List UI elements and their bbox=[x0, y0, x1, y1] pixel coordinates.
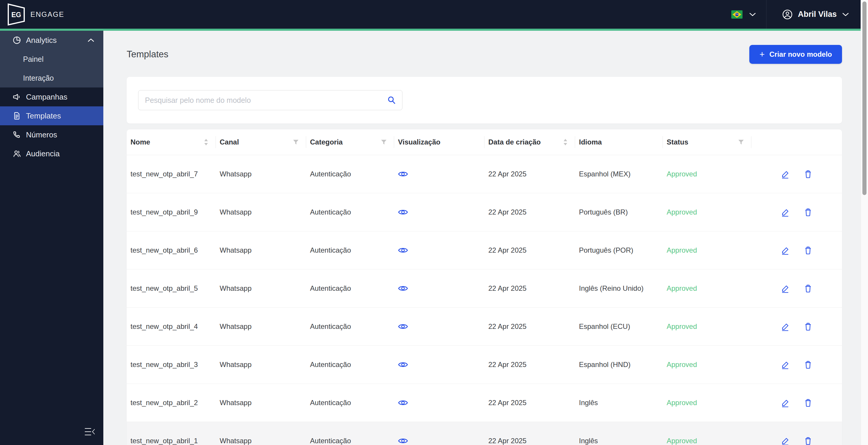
cell-visualizacao bbox=[394, 437, 485, 445]
sidebar-item-painel[interactable]: Painel bbox=[0, 50, 103, 68]
edit-icon[interactable] bbox=[781, 170, 790, 178]
edit-icon[interactable] bbox=[781, 322, 790, 331]
sidebar-item-audiencia[interactable]: Audiencia bbox=[0, 144, 103, 163]
preview-eye-icon[interactable] bbox=[398, 323, 408, 330]
table-row[interactable]: test_new_otp_abril_4 Whatsapp Autenticaç… bbox=[127, 307, 842, 346]
cell-data-criacao: 22 Apr 2025 bbox=[485, 360, 575, 369]
delete-icon[interactable] bbox=[804, 322, 812, 331]
cell-nome: test_new_otp_abril_9 bbox=[127, 208, 216, 216]
table-row[interactable]: test_new_otp_abril_6 Whatsapp Autenticaç… bbox=[127, 231, 842, 269]
top-header: EG ENGAGE bbox=[0, 0, 861, 29]
edit-icon[interactable] bbox=[781, 360, 790, 369]
cell-categoria: Autenticação bbox=[306, 170, 394, 178]
cell-data-criacao: 22 Apr 2025 bbox=[485, 284, 575, 293]
search-box bbox=[138, 90, 402, 110]
sidebar-item-numeros[interactable]: Números bbox=[0, 125, 103, 144]
cell-idioma: Inglês (Reino Unido) bbox=[575, 284, 663, 293]
cell-canal: Whatsapp bbox=[216, 208, 306, 216]
filter-icon[interactable] bbox=[380, 139, 387, 145]
cell-data-criacao: 22 Apr 2025 bbox=[485, 246, 575, 255]
sort-icon[interactable] bbox=[204, 138, 209, 146]
sidebar-item-analytics[interactable]: Analytics bbox=[0, 31, 103, 50]
status-badge: Approved bbox=[663, 208, 751, 216]
table-row[interactable]: test_new_otp_abril_9 Whatsapp Autenticaç… bbox=[127, 193, 842, 231]
sidebar-item-label: Analytics bbox=[26, 36, 57, 45]
header-accent-line bbox=[0, 29, 861, 31]
preview-eye-icon[interactable] bbox=[398, 246, 408, 254]
column-label: Data de criação bbox=[488, 138, 540, 146]
sidebar-item-templates[interactable]: Templates bbox=[0, 107, 103, 125]
filter-icon[interactable] bbox=[738, 139, 744, 145]
column-header[interactable] bbox=[751, 129, 842, 155]
sidebar-item-label: Painel bbox=[23, 55, 44, 63]
column-label: Categoria bbox=[310, 138, 343, 146]
cell-actions bbox=[751, 322, 842, 331]
edit-icon[interactable] bbox=[781, 437, 790, 445]
preview-eye-icon[interactable] bbox=[398, 170, 408, 178]
scrollbar-thumb[interactable] bbox=[862, 1, 867, 195]
preview-eye-icon[interactable] bbox=[398, 437, 408, 445]
preview-eye-icon[interactable] bbox=[398, 399, 408, 407]
edit-icon[interactable] bbox=[781, 398, 790, 407]
delete-icon[interactable] bbox=[804, 360, 812, 369]
cell-idioma: Português (POR) bbox=[575, 246, 663, 255]
sidebar-item-campanhas[interactable]: Campanhas bbox=[0, 87, 103, 107]
edit-icon[interactable] bbox=[781, 208, 790, 216]
cell-nome: test_new_otp_abril_5 bbox=[127, 284, 216, 293]
cell-actions bbox=[751, 284, 842, 293]
filter-icon[interactable] bbox=[292, 139, 299, 145]
cell-canal: Whatsapp bbox=[216, 437, 306, 445]
column-header[interactable]: Idioma bbox=[575, 129, 663, 155]
cell-idioma: Espanhol (ECU) bbox=[575, 322, 663, 331]
delete-icon[interactable] bbox=[804, 246, 812, 255]
delete-icon[interactable] bbox=[804, 170, 812, 178]
chevron-up-icon bbox=[87, 38, 94, 42]
column-header[interactable]: Visualização bbox=[394, 129, 485, 155]
status-badge: Approved bbox=[663, 170, 751, 178]
sidebar-item-interacao[interactable]: Interação bbox=[0, 68, 103, 87]
cell-canal: Whatsapp bbox=[216, 322, 306, 331]
cell-actions bbox=[751, 398, 842, 407]
cell-nome: test_new_otp_abril_7 bbox=[127, 170, 216, 178]
sidebar-group-analytics: Analytics Painel Interação bbox=[0, 31, 103, 87]
column-header[interactable]: Nome bbox=[127, 129, 216, 155]
cell-data-criacao: 22 Apr 2025 bbox=[485, 322, 575, 331]
sidebar-collapse-button[interactable] bbox=[84, 427, 96, 437]
delete-icon[interactable] bbox=[804, 208, 812, 216]
sidebar-item-label: Campanhas bbox=[26, 92, 67, 102]
table-row[interactable]: test_new_otp_abril_5 Whatsapp Autenticaç… bbox=[127, 269, 842, 307]
column-header[interactable]: Data de criação bbox=[485, 129, 575, 155]
column-header[interactable]: Canal bbox=[216, 129, 306, 155]
cell-idioma: Espanhol (HND) bbox=[575, 360, 663, 369]
sort-icon[interactable] bbox=[563, 138, 568, 146]
create-template-button[interactable]: + Criar novo modelo bbox=[749, 45, 842, 64]
table-row[interactable]: test_new_otp_abril_1 Whatsapp Autenticaç… bbox=[127, 422, 842, 445]
language-switcher[interactable] bbox=[721, 0, 766, 29]
cell-visualizacao bbox=[394, 246, 485, 254]
table-row[interactable]: test_new_otp_abril_2 Whatsapp Autenticaç… bbox=[127, 384, 842, 422]
table-row[interactable]: test_new_otp_abril_7 Whatsapp Autenticaç… bbox=[127, 155, 842, 193]
column-header[interactable]: Status bbox=[663, 129, 751, 155]
user-menu[interactable]: Abril Vilas bbox=[767, 0, 861, 29]
edit-icon[interactable] bbox=[781, 284, 790, 293]
search-icon[interactable] bbox=[387, 95, 396, 105]
users-icon bbox=[12, 149, 21, 158]
delete-icon[interactable] bbox=[804, 437, 812, 445]
table-row[interactable]: test_new_otp_abril_3 Whatsapp Autenticaç… bbox=[127, 346, 842, 384]
phone-icon bbox=[12, 130, 21, 139]
status-badge: Approved bbox=[663, 246, 751, 255]
page-header: Templates + Criar novo modelo bbox=[127, 45, 842, 64]
pie-chart-icon bbox=[12, 36, 21, 44]
cell-data-criacao: 22 Apr 2025 bbox=[485, 170, 575, 178]
search-input[interactable] bbox=[138, 96, 387, 105]
column-header[interactable]: Categoria bbox=[306, 129, 394, 155]
preview-eye-icon[interactable] bbox=[398, 208, 408, 216]
delete-icon[interactable] bbox=[804, 398, 812, 407]
preview-eye-icon[interactable] bbox=[398, 285, 408, 292]
edit-icon[interactable] bbox=[781, 246, 790, 255]
delete-icon[interactable] bbox=[804, 284, 812, 293]
vertical-scrollbar[interactable] bbox=[861, 0, 868, 445]
cell-nome: test_new_otp_abril_4 bbox=[127, 322, 216, 331]
page-title: Templates bbox=[127, 49, 168, 60]
preview-eye-icon[interactable] bbox=[398, 361, 408, 368]
